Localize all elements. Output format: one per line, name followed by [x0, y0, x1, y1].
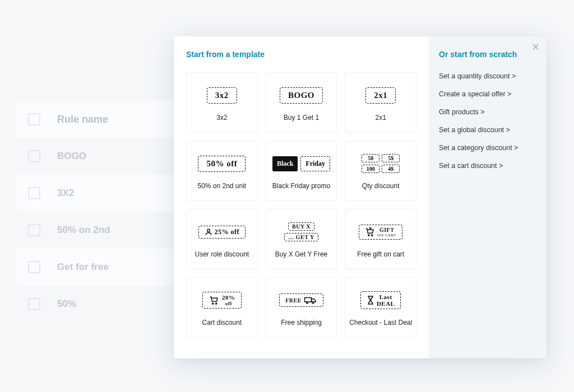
coupon-sub: off [225, 301, 232, 306]
template-card-black-friday[interactable]: Black Friday Black Friday promo [266, 141, 337, 201]
templates-title: Start from a template [186, 50, 416, 59]
cart-icon [209, 295, 220, 305]
templates-panel: Start from a template 3x2 3x2 BOGO Buy 1… [174, 36, 429, 358]
templates-grid: 3x2 3x2 BOGO Buy 1 Get 1 2x1 2x1 [186, 72, 416, 338]
coupon-text: 20% [222, 294, 235, 301]
card-label: Free shipping [281, 319, 322, 328]
qty-table-icon: 50 5$ 100 4$ [349, 151, 413, 176]
card-label: Buy 1 Get 1 [284, 114, 319, 123]
coupon-icon: GIFT ON CART [349, 219, 413, 245]
coupon-text: 50% off [198, 156, 246, 172]
card-label: 50% on 2nd unit [197, 182, 246, 191]
link-gift-products[interactable]: Gift products > [439, 108, 536, 116]
header-label: Rule name [57, 114, 108, 125]
svg-point-1 [368, 235, 369, 236]
template-card-bogo[interactable]: BOGO Buy 1 Get 1 [266, 72, 337, 133]
qty-cell: 100 [362, 165, 379, 173]
svg-point-0 [207, 230, 210, 232]
coupon-icon: BOGO [270, 82, 334, 108]
checkbox[interactable] [28, 113, 40, 125]
checkbox[interactable] [28, 187, 40, 199]
template-card-buy-x-get-y[interactable]: BUY X … GET Y Buy X Get Y Free [266, 209, 337, 269]
link-quantity-discount[interactable]: Set a quantity discount > [439, 72, 536, 80]
scratch-title: Or start from scratch [439, 50, 536, 59]
close-icon: ✕ [531, 41, 540, 53]
qty-cell: 5$ [382, 154, 400, 162]
row-label: Get for free [57, 262, 109, 273]
template-card-3x2[interactable]: 3x2 3x2 [186, 72, 258, 133]
template-card-qty-discount[interactable]: 50 5$ 100 4$ Qty discount [345, 141, 416, 201]
coupon-text: GIFT [379, 227, 394, 233]
svg-point-6 [306, 302, 308, 304]
qty-cell: 50 [362, 154, 379, 162]
svg-rect-5 [304, 298, 311, 302]
coupon-text: … GET Y [284, 233, 318, 241]
link-special-offer[interactable]: Create a special offer > [439, 90, 536, 98]
coupon-icon: Last DEAL [349, 287, 413, 313]
card-label: User role discount [195, 250, 249, 259]
row-label: 3X2 [57, 188, 74, 199]
svg-point-3 [212, 303, 214, 304]
coupon-text: 3x2 [207, 87, 237, 104]
card-label: Buy X Get Y Free [275, 250, 328, 259]
coupon-text: BOGO [280, 87, 323, 104]
person-icon [205, 228, 212, 236]
template-card-free-gift[interactable]: GIFT ON CART Free gift on cart [345, 209, 416, 269]
coupon-text: BUY X [288, 222, 314, 231]
friday-text: Friday [300, 156, 330, 171]
template-picker-modal: ✕ Start from a template 3x2 3x2 BOGO Buy… [174, 36, 547, 358]
checkbox[interactable] [28, 261, 40, 273]
cart-gift-icon [365, 227, 375, 237]
template-card-free-shipping[interactable]: FREE Free shipping [266, 277, 337, 338]
link-cart-discount[interactable]: Set a cart discount > [439, 162, 536, 170]
link-category-discount[interactable]: Set a category discount > [439, 144, 536, 152]
svg-point-7 [312, 302, 314, 304]
coupon-text: 25% off [215, 228, 240, 236]
hourglass-icon [367, 295, 374, 305]
coupon-icon: BUY X … GET Y [270, 219, 334, 245]
truck-icon [304, 296, 317, 305]
scratch-panel: Or start from scratch Set a quantity dis… [429, 36, 547, 358]
template-card-user-role[interactable]: 25% off User role discount [186, 209, 258, 269]
card-label: 2x1 [375, 114, 386, 123]
template-card-last-deal[interactable]: Last DEAL Checkout - Last Deal [345, 277, 416, 338]
svg-point-2 [372, 235, 373, 236]
checkbox[interactable] [28, 150, 40, 162]
coupon-icon: 2x1 [349, 82, 413, 108]
checkbox[interactable] [28, 298, 40, 310]
row-label: 50% [57, 298, 76, 310]
template-card-cart-discount[interactable]: 20% off Cart discount [186, 277, 258, 338]
coupon-icon: 25% off [190, 219, 254, 245]
template-card-2x1[interactable]: 2x1 2x1 [345, 72, 416, 133]
coupon-sub: DEAL [377, 300, 395, 307]
coupon-text: 2x1 [365, 87, 396, 104]
black-text: Black [272, 156, 298, 171]
card-label: Cart discount [202, 319, 242, 328]
card-label: Qty discount [362, 182, 400, 191]
coupon-text: Last [379, 293, 392, 300]
card-label: Free gift on cart [357, 250, 404, 259]
card-label: 3x2 [216, 114, 227, 123]
checkbox[interactable] [28, 224, 40, 236]
black-friday-icon: Black Friday [270, 151, 334, 176]
coupon-sub: ON CART [377, 233, 396, 237]
coupon-icon: 50% off [190, 151, 254, 176]
qty-cell: 4$ [382, 165, 400, 173]
template-card-50-2nd[interactable]: 50% off 50% on 2nd unit [186, 141, 258, 201]
svg-point-4 [216, 303, 217, 304]
row-label: 50% on 2nd [57, 225, 110, 236]
coupon-icon: 3x2 [190, 82, 254, 108]
coupon-icon: FREE [270, 287, 334, 313]
card-label: Checkout - Last Deal [349, 319, 412, 328]
coupon-icon: 20% off [190, 287, 254, 313]
close-button[interactable]: ✕ [531, 42, 540, 52]
link-global-discount[interactable]: Set a global discount > [439, 126, 536, 134]
coupon-text: FREE [285, 297, 302, 304]
card-label: Black Friday promo [272, 182, 330, 191]
row-label: BOGO [57, 151, 86, 162]
